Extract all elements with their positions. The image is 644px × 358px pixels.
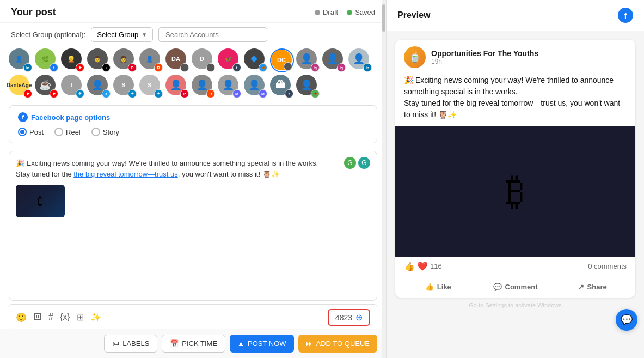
saved-status: Saved — [347, 8, 375, 16]
post-text-content: 🎉 Exciting news coming your way! We're t… — [16, 158, 370, 179]
bottom-bar: 🏷 LABELS 📅 PICK TIME ▲ POST NOW ⏭ ADD TO… — [0, 329, 386, 358]
fb-post-image: ₿ — [395, 126, 635, 257]
fb-actions-row: 👍 Like 💬 Comment ↗ Share — [395, 276, 635, 298]
like-reaction: 👍 — [404, 261, 415, 271]
text-link: the big reveal tomorrow—trust us — [73, 170, 177, 178]
list-item[interactable]: DC — [270, 48, 294, 72]
list-item[interactable]: 🦋 t — [218, 48, 242, 72]
add-to-queue-button[interactable]: ⏭ ADD TO QUEUE — [298, 335, 377, 353]
list-item[interactable]: 👤 X — [87, 75, 111, 99]
chat-bubble-button[interactable]: 💬 — [616, 309, 637, 331]
page-avatar: 🍵 — [404, 46, 426, 68]
facebook-preview-icon: f — [618, 8, 633, 23]
scroll-thumb — [382, 4, 385, 32]
hashtag-icon[interactable]: # — [48, 312, 53, 323]
editor-toolbar: 🙂 🖼 # {x} ⊞ ✨ 4823 ⊕ — [9, 304, 377, 331]
char-plus-icon[interactable]: ⊕ — [355, 312, 363, 323]
list-item[interactable]: S ✈ — [113, 75, 137, 99]
radio-post-circle — [18, 128, 27, 136]
search-accounts-input[interactable] — [158, 27, 267, 42]
group-select-dropdown[interactable]: Select Group ▼ — [91, 27, 153, 42]
saved-label: Saved — [355, 8, 375, 16]
list-item[interactable]: 🔷 🦋 — [244, 48, 268, 72]
labels-button[interactable]: 🏷 LABELS — [104, 335, 157, 353]
list-item[interactable]: 👤 M — [218, 75, 242, 99]
list-item[interactable]: 👤 ig — [322, 48, 346, 72]
toolbar-icons: 🙂 🖼 # {x} ⊞ ✨ — [16, 312, 101, 323]
list-item[interactable]: 👤 in — [348, 48, 372, 72]
comment-action-btn[interactable]: 💬 Comment — [477, 278, 554, 295]
image-icon[interactable]: 🖼 — [33, 312, 42, 323]
calendar-icon: 📅 — [170, 339, 179, 348]
fb-post-card: 🍵 Opportunities For The Youths 19h 🎉 Exc… — [395, 40, 635, 298]
char-count: 4823 — [335, 313, 352, 322]
share-action-btn[interactable]: ↗ Share — [554, 278, 631, 295]
group-select-label: Select Group (optional): — [11, 31, 85, 39]
list-item[interactable]: D — [192, 48, 216, 72]
radio-reel[interactable]: Reel — [54, 128, 81, 136]
radio-reel-circle — [54, 128, 63, 136]
chevron-down-icon: ▼ — [142, 32, 147, 38]
fb-options-title: f Facebook page options — [18, 112, 368, 122]
list-item[interactable]: ☕ ▶ — [35, 75, 59, 99]
char-count-box: 4823 ⊕ — [328, 309, 370, 326]
fb-reactions-row: 👍 ❤️ 116 0 comments — [395, 257, 635, 276]
fb-options-panel: f Facebook page options Post Reel Story — [9, 105, 377, 143]
fb-post-text: 🎉 Exciting news coming your way! We're t… — [395, 75, 635, 126]
group-row: Select Group (optional): Select Group ▼ — [0, 23, 386, 46]
radio-story-circle — [91, 128, 100, 136]
list-item[interactable]: 👤 P — [165, 75, 189, 99]
list-item[interactable]: 👤 🦋 — [296, 75, 320, 99]
queue-icon: ⏭ — [306, 339, 313, 348]
list-item[interactable]: 👱 ▶ — [61, 48, 85, 72]
radio-story[interactable]: Story — [91, 128, 119, 136]
list-item[interactable]: 👤 ig — [296, 48, 320, 72]
send-icon: ▲ — [237, 339, 244, 348]
list-item[interactable]: 👨 ♪ — [87, 48, 111, 72]
list-item[interactable]: 🏔 t — [270, 75, 294, 99]
left-scrollbar[interactable] — [382, 0, 386, 358]
comment-count: 0 comments — [588, 262, 627, 270]
reaction-badges: 👍 ❤️ 116 — [404, 261, 442, 271]
text-editor[interactable]: G G 🎉 Exciting news coming your way! We'… — [9, 151, 377, 301]
preview-content: 🍵 Opportunities For The Youths 19h 🎉 Exc… — [387, 31, 644, 358]
radio-post[interactable]: Post — [18, 128, 44, 136]
post-now-button[interactable]: ▲ POST NOW — [230, 335, 293, 353]
emoji-badge-teal[interactable]: G — [358, 157, 370, 169]
preview-header: Preview f — [387, 0, 644, 31]
post-time: 19h — [431, 58, 627, 65]
list-item[interactable]: 👤 R — [139, 48, 163, 72]
list-item[interactable]: 🌿 f — [35, 48, 59, 72]
list-item[interactable]: 👤 M — [244, 75, 268, 99]
pick-time-button[interactable]: 📅 PICK TIME — [162, 335, 225, 353]
emoji-badge-green[interactable]: G — [344, 157, 356, 169]
like-action-btn[interactable]: 👍 Like — [400, 278, 477, 295]
emoji-icon[interactable]: 🙂 — [16, 312, 27, 323]
list-item[interactable]: S ✈ — [139, 75, 163, 99]
post-header: Your post Draft Saved — [0, 0, 386, 23]
list-item[interactable]: 👤 R — [192, 75, 216, 99]
group-select-value: Select Group — [97, 31, 138, 39]
variable-icon[interactable]: {x} — [60, 312, 70, 323]
list-item[interactable]: 👤 in — [9, 48, 33, 72]
radio-options-row: Post Reel Story — [18, 128, 368, 136]
draft-status: Draft — [315, 8, 338, 16]
facebook-icon: f — [18, 112, 28, 122]
layout-icon[interactable]: ⊞ — [77, 312, 84, 323]
bitcoin-image: ₿ — [16, 185, 65, 217]
draft-label: Draft — [323, 8, 338, 16]
share-icon: ↗ — [578, 283, 584, 291]
preview-title: Preview — [397, 10, 430, 20]
watermark-text: Go to Settings to activate Windows — [395, 298, 635, 313]
list-item[interactable]: DanteAge ▶ — [9, 75, 33, 99]
love-reaction: ❤️ — [417, 261, 428, 271]
emoji-icons: G G — [344, 157, 370, 169]
list-item[interactable]: 👩 P — [113, 48, 137, 72]
saved-dot — [347, 10, 352, 15]
sparkle-icon[interactable]: ✨ — [90, 312, 101, 323]
list-item[interactable]: DA — [165, 48, 189, 72]
bitcoin-icon: ₿ — [506, 169, 525, 213]
page-name: Opportunities For The Youths — [431, 49, 627, 58]
page-info: Opportunities For The Youths 19h — [431, 49, 627, 65]
list-item[interactable]: I ✈ — [61, 75, 85, 99]
